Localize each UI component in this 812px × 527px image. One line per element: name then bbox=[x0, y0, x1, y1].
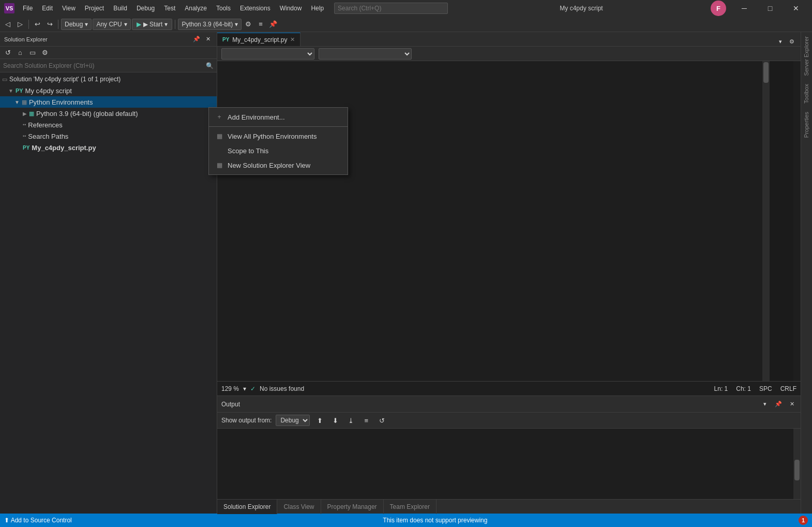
output-title: Output bbox=[221, 401, 240, 408]
minimize-button[interactable]: ─ bbox=[732, 0, 756, 17]
tab-close-button[interactable]: ✕ bbox=[290, 36, 295, 43]
user-avatar[interactable]: F bbox=[711, 1, 726, 16]
toolbar-extra-1[interactable]: ⚙ bbox=[243, 19, 254, 30]
se-home[interactable]: ⌂ bbox=[14, 47, 26, 58]
menu-build[interactable]: Build bbox=[109, 3, 131, 14]
redo-button[interactable]: ↪ bbox=[44, 19, 55, 30]
editor-tab-bar: PY My_c4pdy_script.py ✕ ▾ ⚙ bbox=[217, 32, 801, 47]
output-toolbar-btn-1[interactable]: ⬆ bbox=[314, 415, 325, 426]
tree-project[interactable]: ▼ PY My c4pdy script bbox=[0, 85, 217, 96]
char-number: Ch: 1 bbox=[736, 385, 751, 392]
expand-icon: ▼ bbox=[8, 88, 13, 94]
nav-dropdown-2[interactable] bbox=[319, 48, 412, 60]
menu-edit[interactable]: Edit bbox=[38, 3, 57, 14]
output-toolbar: Output ▾ 📌 ✕ bbox=[217, 396, 801, 413]
menu-window[interactable]: Window bbox=[276, 3, 306, 14]
tree-solution[interactable]: ▭ Solution 'My c4pdy script' (1 of 1 pro… bbox=[0, 74, 217, 85]
back-button[interactable]: ◁ bbox=[2, 19, 13, 30]
ctx-add-environment-label: Add Environment... bbox=[228, 113, 285, 121]
tab-icon: PY bbox=[222, 37, 229, 42]
se-refresh[interactable]: ↺ bbox=[2, 47, 13, 58]
ctx-view-all-envs[interactable]: ▦ View All Python Environments bbox=[209, 129, 348, 143]
menu-extensions[interactable]: Extensions bbox=[236, 3, 275, 14]
close-panel-button[interactable]: ✕ bbox=[203, 35, 213, 44]
title-search-bar[interactable] bbox=[334, 3, 448, 14]
server-explorer-label[interactable]: Server Explorer bbox=[801, 32, 812, 80]
ctx-scope-label: Scope to This bbox=[228, 147, 268, 155]
output-source-select[interactable]: Debug bbox=[276, 415, 310, 426]
ctx-new-solution-explorer[interactable]: ▦ New Solution Explorer View bbox=[209, 158, 348, 172]
output-toolbar-btn-5[interactable]: ↺ bbox=[376, 415, 387, 426]
ctx-add-environment[interactable]: + Add Environment... bbox=[209, 110, 348, 124]
toolbox-label[interactable]: Toolbox bbox=[801, 80, 812, 108]
output-scrollbar[interactable] bbox=[793, 429, 801, 499]
output-toolbar-btn-2[interactable]: ⬇ bbox=[329, 415, 341, 426]
window-controls: ─ □ ✕ bbox=[732, 0, 808, 17]
tree-python-environments[interactable]: ▼ ▦ Python Environments bbox=[0, 96, 217, 108]
menu-analyze[interactable]: Analyze bbox=[181, 3, 211, 14]
solution-icon: ▭ bbox=[2, 76, 7, 83]
start-button[interactable]: ▶ ▶ Start ▾ bbox=[132, 19, 173, 30]
close-button[interactable]: ✕ bbox=[784, 0, 808, 17]
solution-tree: ▭ Solution 'My c4pdy script' (1 of 1 pro… bbox=[0, 72, 217, 514]
nav-dropdown-1[interactable] bbox=[221, 48, 314, 60]
se-search-input[interactable] bbox=[3, 62, 206, 69]
zoom-bar-right: Ln: 1 Ch: 1 SPC CRLF bbox=[714, 385, 796, 392]
python39-label: Python 3.9 (64-bit) (global default) bbox=[36, 110, 138, 118]
solution-explorer-title: Solution Explorer bbox=[4, 36, 190, 42]
menu-tools[interactable]: Tools bbox=[212, 3, 235, 14]
tree-script-file[interactable]: PY My_c4pdy_script.py bbox=[0, 142, 217, 153]
solution-explorer-tab-label: Solution Explorer bbox=[223, 503, 270, 510]
add-to-source-control[interactable]: ⬆ Add to Source Control bbox=[4, 517, 72, 524]
auto-hide-button[interactable]: 📌 bbox=[192, 35, 201, 44]
zoom-dropdown-icon[interactable]: ▾ bbox=[243, 385, 246, 392]
se-filter[interactable]: ⚙ bbox=[39, 47, 51, 58]
tree-search-paths[interactable]: •• Search Paths bbox=[0, 130, 217, 142]
tab-team-explorer[interactable]: Team Explorer bbox=[384, 500, 437, 514]
scrollbar-thumb[interactable] bbox=[763, 62, 769, 83]
maximize-button[interactable]: □ bbox=[758, 0, 782, 17]
pin-button[interactable]: 📌 bbox=[267, 19, 279, 30]
platform-dropdown[interactable]: Any CPU ▾ bbox=[93, 19, 130, 30]
forward-button[interactable]: ▷ bbox=[14, 19, 26, 30]
output-panel: Output ▾ 📌 ✕ Show output from: Debug ⬆ ⬇… bbox=[217, 396, 801, 499]
properties-label[interactable]: Properties bbox=[801, 108, 812, 142]
editor-tab-script[interactable]: PY My_c4pdy_script.py ✕ bbox=[217, 33, 300, 46]
se-show-all[interactable]: ▭ bbox=[27, 47, 38, 58]
output-auto-hide[interactable]: 📌 bbox=[774, 400, 783, 409]
tab-settings-button[interactable]: ⚙ bbox=[787, 37, 796, 46]
undo-button[interactable]: ↩ bbox=[32, 19, 43, 30]
tab-class-view[interactable]: Class View bbox=[277, 500, 321, 514]
se-search-bar[interactable]: 🔍 bbox=[0, 59, 217, 72]
menu-view[interactable]: View bbox=[58, 3, 80, 14]
ctx-scope-to-this[interactable]: Scope to This bbox=[209, 143, 348, 158]
menu-bar: File Edit View Project Build Debug Test … bbox=[19, 3, 328, 14]
tab-list-button[interactable]: ▾ bbox=[776, 37, 785, 46]
zoom-level[interactable]: 129 % bbox=[221, 385, 239, 392]
tab-property-manager[interactable]: Property Manager bbox=[321, 500, 384, 514]
python-env-dropdown[interactable]: Python 3.9 (64-bit) ▾ bbox=[178, 19, 242, 30]
output-scrollbar-thumb[interactable] bbox=[794, 460, 800, 480]
output-toolbar-btn-3[interactable]: ⤓ bbox=[345, 415, 356, 426]
no-issues-text: No issues found bbox=[260, 385, 304, 392]
title-search-input[interactable] bbox=[334, 3, 448, 14]
py39-icon: ▦ bbox=[29, 110, 34, 117]
editor-scrollbar[interactable] bbox=[762, 61, 770, 381]
menu-debug[interactable]: Debug bbox=[132, 3, 159, 14]
menu-test[interactable]: Test bbox=[160, 3, 179, 14]
debug-dropdown[interactable]: Debug ▾ bbox=[61, 19, 92, 30]
tree-references[interactable]: •• References bbox=[0, 119, 217, 130]
output-close[interactable]: ✕ bbox=[787, 400, 796, 409]
output-pin-button[interactable]: ▾ bbox=[760, 400, 770, 409]
toolbar-sep-2 bbox=[58, 20, 58, 29]
status-item-text: This item does not support previewing bbox=[383, 517, 487, 524]
menu-project[interactable]: Project bbox=[81, 3, 108, 14]
bottom-footer-tabs: Solution Explorer Class View Property Ma… bbox=[217, 499, 801, 514]
main-toolbar: ◁ ▷ ↩ ↪ Debug ▾ Any CPU ▾ ▶ ▶ Start ▾ Py… bbox=[0, 17, 812, 32]
toolbar-extra-2[interactable]: ≡ bbox=[255, 19, 266, 30]
tab-solution-explorer[interactable]: Solution Explorer bbox=[217, 500, 277, 514]
menu-file[interactable]: File bbox=[19, 3, 37, 14]
tree-python39[interactable]: ▶ ▦ Python 3.9 (64-bit) (global default) bbox=[0, 108, 217, 119]
output-toolbar-btn-4[interactable]: ≡ bbox=[360, 415, 372, 426]
menu-help[interactable]: Help bbox=[307, 3, 328, 14]
